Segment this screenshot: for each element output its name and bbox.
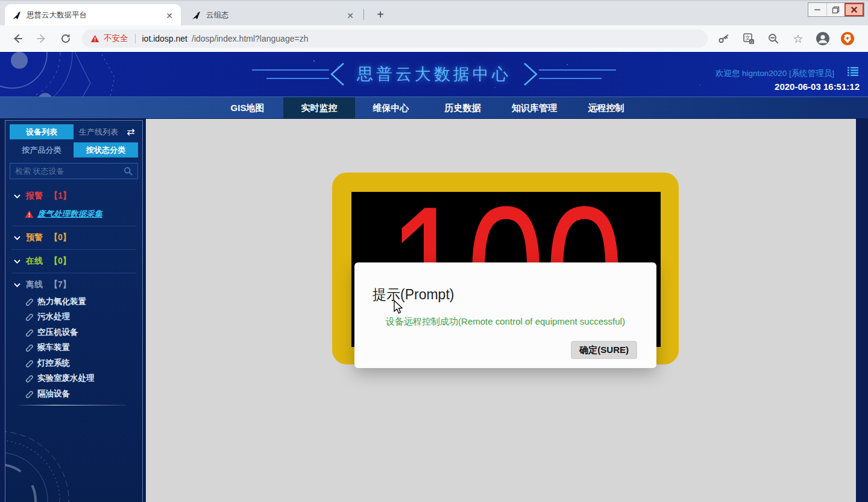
search-icon[interactable] (124, 167, 133, 176)
browser-extension-icon[interactable] (840, 31, 855, 46)
tab-by-status[interactable]: 按状态分类 (74, 142, 138, 157)
swap-view-icon[interactable]: ⇄ (124, 126, 138, 138)
screen: 思普云大数据平台 ✕ 云组态 ✕ + ✕ (0, 0, 868, 502)
tab-separator (363, 9, 364, 20)
nav-item-remote[interactable]: 远程控制 (570, 97, 642, 119)
offline-link-icon (25, 313, 33, 321)
nav-item-maintenance[interactable]: 维保中心 (355, 97, 427, 119)
content-area: 100 提示(Prompt) 设备远程控制成功(Remote control o… (146, 119, 856, 502)
device-item-label[interactable]: 灯控系统 (37, 358, 70, 369)
device-item-label[interactable]: 废气处理数据采集 (37, 209, 102, 220)
url-path[interactable]: /idosp/index.html?language=zh (192, 34, 308, 43)
tab-close-icon[interactable]: ✕ (164, 10, 175, 21)
group-label: 在线 (26, 256, 43, 267)
device-item-alarm[interactable]: 废气处理数据采集 (5, 205, 142, 223)
device-item-label[interactable]: 隔油设备 (37, 389, 70, 399)
prompt-dialog: 提示(Prompt) 设备远程控制成功(Remote control of eq… (354, 262, 656, 368)
search-placeholder: 检索 状态设备 (15, 166, 124, 177)
device-item[interactable]: 实验室废水处理 (5, 371, 142, 387)
nav-item-gis[interactable]: GIS地图 (212, 97, 283, 119)
device-item[interactable]: 热力氧化装置 (5, 294, 142, 310)
profile-avatar-icon[interactable] (815, 31, 831, 46)
dialog-message: 设备远程控制成功(Remote control of equipment suc… (354, 316, 656, 328)
device-item[interactable]: 空压机设备 (5, 325, 142, 340)
group-count: 【1】 (49, 191, 71, 202)
nav-item-knowledge[interactable]: 知识库管理 (498, 97, 570, 119)
device-item[interactable]: 污水处理 (5, 310, 142, 325)
device-item-label[interactable]: 热力氧化装置 (37, 296, 86, 307)
group-count: 【0】 (49, 256, 71, 267)
tab-title: 云组态 (206, 10, 340, 21)
site-favicon-icon (12, 11, 22, 21)
title-flank-left (252, 61, 348, 87)
tree-divider (11, 249, 136, 250)
chevron-down-icon (14, 236, 20, 240)
device-item[interactable]: 灯控系统 (5, 355, 142, 371)
password-key-icon[interactable] (716, 31, 732, 46)
sidebar-decoration (5, 416, 108, 502)
welcome-user-label: 欢迎您 hignton2020 [系统管理员] (715, 68, 834, 79)
device-item-label[interactable]: 实验室废水处理 (37, 373, 95, 384)
window-close-button[interactable]: ✕ (844, 3, 864, 16)
not-secure-warning-icon (90, 34, 99, 43)
window-minimize-button[interactable] (808, 3, 826, 16)
offline-link-icon (25, 374, 33, 383)
sidebar-divider-glow (16, 405, 126, 405)
group-count: 【0】 (49, 232, 71, 243)
offline-link-icon (25, 390, 33, 398)
app-title: 思普云大数据中心 (357, 63, 511, 85)
browser-tab-1[interactable]: 思普云大数据平台 ✕ (5, 4, 181, 27)
device-sidebar: 设备列表 生产线列表 ⇄ 按产品分类 按状态分类 检索 状态设备 报警 【1】 (5, 120, 143, 502)
offline-link-icon (25, 343, 33, 352)
nav-item-realtime[interactable]: 实时监控 (283, 97, 355, 119)
tree-group-offline[interactable]: 离线 【7】 (5, 276, 142, 294)
address-separator (135, 34, 136, 43)
nav-item-history[interactable]: 历史数据 (427, 97, 498, 119)
alarm-warning-icon (25, 210, 34, 218)
chevron-down-icon (14, 259, 20, 264)
datetime-label: 2020-06-03 16:51:12 (775, 81, 860, 92)
device-search-input[interactable]: 检索 状态设备 (10, 163, 138, 179)
device-item[interactable]: 猴车装置 (5, 340, 142, 356)
chevron-down-icon (14, 283, 20, 287)
device-item-label[interactable]: 猴车装置 (37, 342, 70, 353)
menu-list-icon[interactable] (848, 67, 858, 78)
tree-divider (11, 273, 136, 273)
app-header: 思普云大数据中心 欢迎您 hignton2020 [系统管理员] 2020-06… (0, 52, 868, 97)
tab-device-list[interactable]: 设备列表 (10, 124, 74, 139)
url-host[interactable]: iot.idosp.net (142, 34, 188, 43)
back-button[interactable] (10, 31, 25, 46)
tab-close-icon[interactable]: ✕ (345, 10, 356, 21)
offline-link-icon (25, 297, 33, 306)
browser-toolbar: 不安全 iot.idosp.net/idosp/index.html?langu… (0, 25, 868, 52)
security-warning-label[interactable]: 不安全 (104, 33, 128, 44)
tab-by-product[interactable]: 按产品分类 (10, 142, 74, 157)
site-favicon-icon (192, 11, 201, 21)
tree-group-warning[interactable]: 预警 【0】 (5, 229, 142, 247)
tree-group-online[interactable]: 在线 【0】 (5, 252, 142, 270)
dialog-ok-button[interactable]: 确定(SURE) (571, 341, 637, 359)
device-item-label[interactable]: 污水处理 (37, 311, 70, 322)
tab-title: 思普云大数据平台 (27, 10, 159, 21)
dialog-title: 提示(Prompt) (354, 262, 656, 304)
chevron-down-icon (14, 194, 20, 199)
device-item[interactable]: 隔油设备 (5, 386, 142, 402)
group-label: 预警 (26, 232, 43, 243)
address-bar[interactable]: 不安全 iot.idosp.net/idosp/index.html?langu… (82, 30, 708, 48)
device-item-label[interactable]: 空压机设备 (37, 327, 78, 338)
tree-group-alarm[interactable]: 报警 【1】 (5, 187, 142, 205)
offline-link-icon (25, 328, 33, 337)
main-nav: GIS地图 实时监控 维保中心 历史数据 知识库管理 远程控制 (0, 97, 868, 118)
zoom-out-icon[interactable] (766, 31, 781, 46)
new-tab-button[interactable]: + (373, 7, 388, 22)
bookmark-star-icon[interactable]: ☆ (790, 31, 806, 46)
page-body: 设备列表 生产线列表 ⇄ 按产品分类 按状态分类 检索 状态设备 报警 【1】 (0, 118, 868, 502)
reload-button[interactable] (58, 31, 74, 46)
browser-tab-2[interactable]: 云组态 ✕ (184, 4, 362, 27)
svg-text:G: G (750, 39, 753, 43)
forward-button[interactable] (34, 31, 49, 46)
mouse-cursor (392, 300, 405, 314)
translate-icon[interactable]: 文G (741, 31, 756, 46)
tab-production-line-list[interactable]: 生产线列表 (74, 124, 124, 139)
window-restore-button[interactable] (826, 3, 844, 16)
